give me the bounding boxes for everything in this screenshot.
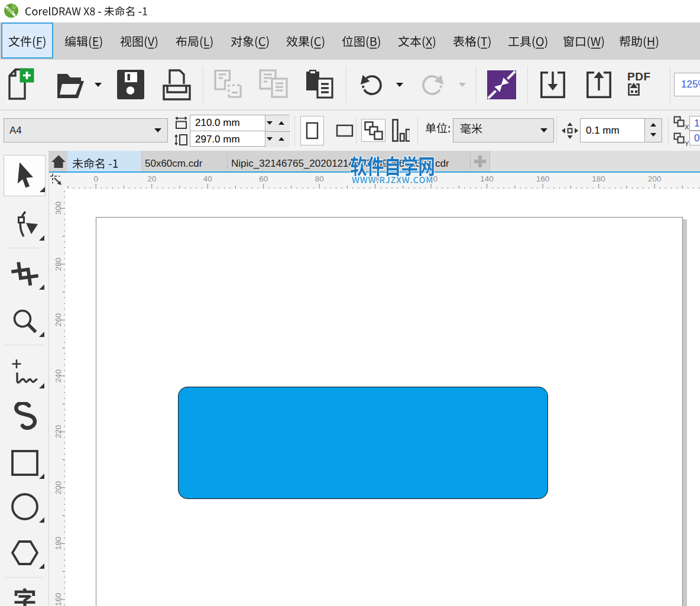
tool-ellipse[interactable]	[4, 486, 46, 527]
page-width-spin-down[interactable]	[267, 121, 273, 125]
menu-item-window[interactable]: 窗口(W)	[556, 22, 611, 60]
page-dimensions-control: 210.0 mm297.0 mm	[190, 115, 289, 147]
new-tab-button[interactable]	[470, 151, 490, 171]
paste-button[interactable]	[303, 67, 336, 102]
welcome-screen-button[interactable]	[485, 67, 518, 102]
duplicate-x-value: 1.0 mm	[694, 118, 700, 129]
tool-freehand[interactable]	[4, 352, 46, 393]
toolbar-separator	[203, 66, 203, 103]
watermark-url-glyphs	[350, 176, 435, 187]
page-height-spin-down[interactable]	[267, 137, 273, 141]
current-page-size-button[interactable]	[390, 119, 411, 142]
chevron-down-icon	[396, 83, 403, 87]
units-combo[interactable]: 毫米	[453, 118, 554, 142]
save-button[interactable]	[114, 67, 147, 102]
menu-help-glyphs	[618, 35, 660, 51]
nudge-field[interactable]: 0.1 mm	[581, 119, 644, 142]
flyout-indicator-icon	[39, 284, 44, 290]
duplicate-x-field[interactable]: 1.0 mm	[689, 116, 700, 131]
rounded-rectangle-shape[interactable]	[178, 387, 548, 499]
nudge-spin-down[interactable]	[650, 133, 656, 137]
page-height-field[interactable]: 297.0 mm	[190, 131, 265, 147]
nudge-control: 0.1 mm	[580, 118, 662, 142]
document-tab-50x60[interactable]: 50x60cm.cdr	[141, 151, 227, 171]
tool-shape[interactable]	[4, 204, 46, 245]
nudge-spinners	[644, 119, 662, 142]
page-width-field[interactable]: 210.0 mm	[190, 115, 265, 131]
units-label: 单位:	[424, 122, 451, 137]
ruler-origin-corner[interactable]	[49, 173, 66, 189]
menu-tools-glyphs	[507, 35, 549, 51]
page-height-spin-up[interactable]	[278, 137, 284, 141]
coreldraw-logo-icon	[4, 4, 18, 18]
svg-text:Y: Y	[685, 140, 689, 147]
flyout-indicator-icon	[39, 235, 44, 241]
zoom-level-combo[interactable]: 125%	[674, 73, 700, 96]
open-button[interactable]	[54, 67, 87, 102]
tool-rectangle[interactable]	[4, 442, 46, 484]
tool-polygon[interactable]	[4, 532, 46, 573]
artistic-media-tool-icon	[11, 402, 39, 430]
tool-crop[interactable]	[4, 253, 46, 294]
ruler-label: 160	[536, 174, 550, 183]
document-tab-untitled[interactable]: 未命名 -1	[67, 151, 141, 171]
title-bar[interactable]: CorelDRAW X8 - 未命名 -1	[0, 0, 700, 22]
tool-zoom[interactable]	[4, 300, 46, 342]
menu-edit-glyphs	[64, 35, 103, 51]
flyout-indicator-icon	[39, 474, 44, 479]
new-document-button[interactable]	[5, 67, 38, 102]
cut-button[interactable]	[212, 67, 245, 102]
menu-item-bitmaps[interactable]: 位图(B)	[333, 22, 389, 60]
page-width-spin-up[interactable]	[278, 121, 284, 125]
ruler-label: 180	[54, 537, 63, 550]
menu-item-text[interactable]: 文本(X)	[389, 22, 445, 60]
tool-artistic-media[interactable]	[4, 396, 46, 437]
menu-item-help[interactable]: 帮助(H)	[611, 22, 667, 60]
property-bar-separator	[556, 116, 557, 145]
units-label-glyphs	[424, 122, 451, 137]
print-button[interactable]	[160, 67, 193, 102]
tool-pick[interactable]	[4, 155, 46, 196]
tool-text[interactable]	[4, 578, 46, 606]
redo-dropdown[interactable]	[456, 79, 468, 90]
duplicate-y-icon-wrap: Y	[673, 132, 689, 149]
portrait-button[interactable]	[300, 116, 324, 145]
redo-button[interactable]	[416, 67, 449, 102]
menu-item-file[interactable]: 文件(F)	[1, 22, 53, 59]
undo-button[interactable]	[355, 67, 388, 102]
page-shadow	[683, 219, 687, 606]
all-pages-same-size-button[interactable]	[361, 119, 385, 142]
chevron-down-icon	[540, 128, 547, 132]
menu-window-glyphs	[562, 35, 605, 51]
home-icon	[51, 154, 66, 168]
drawing-canvas[interactable]	[66, 189, 700, 606]
units-value-glyphs	[459, 123, 483, 138]
page-size-preset-combo[interactable]: A4	[4, 118, 168, 142]
duplicate-y-field[interactable]: 0.0 mm	[689, 131, 700, 145]
duplicate-y-value: 0.0 mm	[694, 132, 700, 144]
vertical-ruler[interactable]: 300280260240220200180160	[49, 189, 66, 606]
menu-item-tools[interactable]: 工具(O)	[500, 22, 556, 60]
export-button[interactable]	[582, 67, 615, 102]
property-bar-separator	[668, 116, 669, 145]
menu-item-effects[interactable]: 效果(C)	[278, 22, 333, 60]
menu-item-layout[interactable]: 布局(L)	[167, 22, 222, 60]
open-dropdown[interactable]	[92, 79, 104, 90]
menu-item-table[interactable]: 表格(T)	[445, 22, 500, 60]
toolbar-separator	[476, 66, 477, 103]
ruler-label: 160	[54, 593, 63, 606]
copy-button[interactable]	[257, 67, 290, 102]
import-button[interactable]	[536, 67, 569, 102]
nudge-spin-up[interactable]	[650, 123, 656, 127]
menu-item-view[interactable]: 视图(V)	[111, 22, 167, 60]
svg-text:X: X	[685, 124, 689, 130]
landscape-button[interactable]	[334, 116, 355, 145]
flyout-indicator-icon	[39, 332, 44, 337]
menu-item-object[interactable]: 对象(C)	[222, 22, 278, 60]
undo-dropdown[interactable]	[394, 79, 406, 90]
publish-to-pdf-button[interactable]: PDF	[627, 67, 660, 102]
home-tab[interactable]	[49, 151, 67, 171]
menu-item-edit[interactable]: 编辑(E)	[56, 22, 111, 60]
toolbar-separator	[670, 66, 670, 103]
page-bars-icon	[392, 119, 410, 142]
